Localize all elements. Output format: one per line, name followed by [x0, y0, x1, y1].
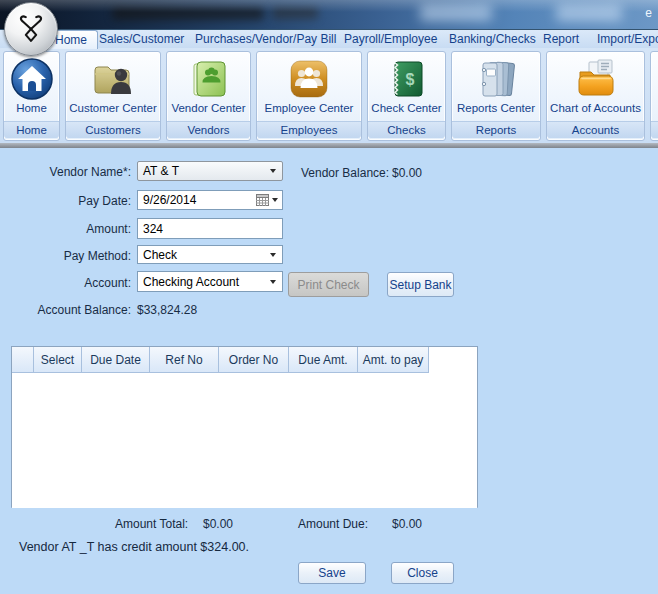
- account-label: Account:: [0, 276, 131, 290]
- pay-method-label: Pay Method:: [0, 249, 131, 263]
- ribbon-button-label: Employee Center: [257, 102, 361, 119]
- pay-method-dropdown[interactable]: Check: [137, 245, 283, 264]
- ribbon-button-label: Reports Center: [452, 102, 540, 119]
- chevron-down-icon: [270, 280, 276, 284]
- ribbon-group-caption: Customers: [66, 121, 160, 138]
- pay-date-value: 9/26/2014: [138, 193, 256, 207]
- app-menu-orb[interactable]: [4, 2, 58, 56]
- close-button[interactable]: Close: [391, 562, 454, 584]
- ribbon-button-chart-of-accounts[interactable]: Chart of Accounts Accounts: [546, 51, 645, 141]
- ribbon-group-caption: Reports: [452, 121, 540, 138]
- ribbon-button-label: Vendor Center: [167, 102, 250, 119]
- setup-bank-button[interactable]: Setup Bank: [387, 272, 454, 297]
- tab-import-export[interactable]: Import/Expo: [597, 31, 658, 48]
- grid-header-due-date[interactable]: Due Date: [82, 347, 150, 373]
- account-balance-value: $33,824.28: [137, 303, 197, 317]
- ribbon-button-home[interactable]: Home Home: [3, 51, 60, 141]
- vendor-name-label: Vendor Name*:: [0, 165, 131, 179]
- blurred-title-text: [112, 7, 264, 20]
- ribbon-group-caption: [651, 121, 658, 138]
- amount-due-label: Amount Due:: [298, 517, 368, 531]
- ribbon-group-caption: Checks: [368, 121, 445, 138]
- pay-method-value: Check: [138, 248, 270, 262]
- blurred-title-text: [556, 5, 622, 21]
- amount-label: Amount:: [0, 222, 131, 236]
- ribbon-button-label: [651, 102, 658, 119]
- pay-bill-form: Vendor Name*: AT & T Vendor Balance: $0.…: [0, 148, 658, 594]
- bills-grid: Select Due Date Ref No Order No Due Amt.…: [11, 346, 478, 507]
- svg-text:$: $: [405, 71, 414, 88]
- ribbon-group-caption: Accounts: [547, 121, 644, 138]
- bills-grid-body[interactable]: [12, 373, 477, 508]
- ribbon-group-caption: Vendors: [167, 121, 250, 138]
- grid-header-amt-to-pay[interactable]: Amt. to pay: [358, 347, 429, 373]
- pay-date-field[interactable]: 9/26/2014: [137, 190, 283, 210]
- ribbon-button-employee-center[interactable]: Employee Center Employees: [256, 51, 362, 141]
- print-check-button[interactable]: Print Check: [288, 272, 369, 297]
- grid-header-rowselector[interactable]: [12, 347, 34, 373]
- blurred-title-text: [272, 7, 318, 19]
- amount-total-label: Amount Total:: [115, 517, 188, 531]
- amount-total-value: $0.00: [203, 517, 233, 531]
- account-value: Checking Account: [138, 275, 270, 289]
- vendor-name-value: AT & T: [138, 164, 270, 178]
- accounts-folder-icon: [547, 52, 644, 102]
- app-window: e Home Sales/Customer Purchases/Vendor/P…: [0, 0, 658, 594]
- save-button[interactable]: Save: [298, 562, 366, 584]
- vendor-credit-note: Vendor AT _T has credit amount $324.00.: [19, 540, 249, 554]
- ribbon-button-label: Home: [4, 102, 59, 119]
- ribbon-group-caption: Employees: [257, 121, 361, 138]
- ribbon-button-vendor-center[interactable]: Vendor Center Vendors: [166, 51, 251, 141]
- date-picker-button[interactable]: [256, 194, 278, 206]
- title-bar: e: [0, 0, 658, 30]
- amount-field-wrap: [137, 218, 283, 239]
- checkbook-icon: $: [368, 52, 445, 102]
- grid-header-select[interactable]: Select: [34, 347, 82, 373]
- clipped-icon: [651, 52, 658, 102]
- customer-folder-icon: [66, 52, 160, 102]
- vendor-book-icon: [167, 52, 250, 102]
- blurred-title-text: [420, 5, 492, 21]
- ribbon-group-caption: Home: [4, 121, 59, 138]
- bills-grid-header: Select Due Date Ref No Order No Due Amt.…: [12, 347, 477, 373]
- ribbon: Home Home Customer Cent: [0, 48, 658, 143]
- tab-report[interactable]: Report: [543, 31, 579, 48]
- ribbon-tab-strip: Home Sales/Customer Purchases/Vendor/Pay…: [0, 30, 658, 48]
- grid-header-filler: [429, 347, 477, 373]
- home-icon: [4, 52, 59, 102]
- ribbon-button-reports-center[interactable]: Reports Center Reports: [451, 51, 541, 141]
- ribbon-button-label: Chart of Accounts: [547, 102, 644, 119]
- chevron-down-icon: [270, 253, 276, 257]
- amount-due-value: $0.00: [392, 517, 422, 531]
- account-dropdown[interactable]: Checking Account: [137, 271, 283, 292]
- account-balance-label: Account Balance:: [0, 303, 131, 317]
- tab-purchases-vendor-pay-bill[interactable]: Purchases/Vendor/Pay Bill: [195, 31, 336, 48]
- reports-books-icon: [452, 52, 540, 102]
- title-text-fragment: e: [645, 6, 652, 20]
- tab-payroll-employee[interactable]: Payroll/Employee: [344, 31, 437, 48]
- ribbon-button-customer-center[interactable]: Customer Center Customers: [65, 51, 161, 141]
- grid-header-order-no[interactable]: Order No: [219, 347, 289, 373]
- employee-people-icon: [257, 52, 361, 102]
- calendar-icon: [256, 194, 269, 206]
- ribbon-button-label: Customer Center: [66, 102, 160, 119]
- vendor-balance-label: Vendor Balance:: [301, 166, 389, 180]
- chevron-down-icon: [272, 198, 278, 202]
- pay-date-label: Pay Date:: [0, 194, 131, 208]
- app-logo-icon: [11, 9, 51, 49]
- tab-banking-checks[interactable]: Banking/Checks: [449, 31, 536, 48]
- vendor-name-dropdown[interactable]: AT & T: [137, 161, 283, 181]
- grid-header-due-amt[interactable]: Due Amt.: [289, 347, 358, 373]
- amount-input[interactable]: [138, 219, 282, 238]
- ribbon-button-label: Check Center: [368, 102, 445, 119]
- chevron-down-icon: [270, 169, 276, 173]
- ribbon-groups: Home Home Customer Cent: [3, 51, 658, 141]
- ribbon-button-check-center[interactable]: $ Check Center Checks: [367, 51, 446, 141]
- ribbon-group-partial[interactable]: [650, 51, 658, 141]
- tab-sales-customer[interactable]: Sales/Customer: [99, 31, 184, 48]
- grid-header-ref-no[interactable]: Ref No: [150, 347, 219, 373]
- vendor-balance-value: $0.00: [392, 166, 422, 180]
